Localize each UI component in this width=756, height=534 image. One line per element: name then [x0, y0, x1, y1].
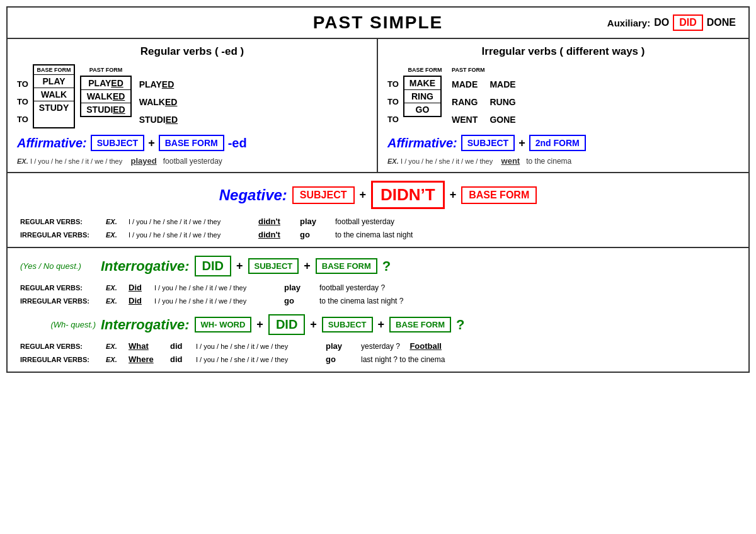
wh-regular-label: REGULAR VERBS: — [20, 343, 102, 350]
past-verb-2: WALKED — [81, 90, 130, 103]
neg-regular-row: REGULAR VERBS: EX. I / you / he / she / … — [20, 217, 736, 226]
irr-base-form-header: BASE FORM — [403, 64, 447, 76]
right-example-row: EX. I / you / he / she / it / we / they … — [387, 156, 739, 166]
neg-reg-verb: play — [300, 217, 331, 226]
irr-pp-2: RUNG — [490, 93, 515, 111]
irr-pp-col: MADE RUNG GONE — [490, 64, 515, 128]
wh-examples: REGULAR VERBS: EX. What did I / you / he… — [20, 341, 736, 364]
past-form-box: PLAYED WALKED STUDIED — [80, 76, 131, 117]
neg-reg-didnt: didn't — [258, 217, 296, 226]
int-irr-rest: to the cinema last night ? — [319, 297, 403, 305]
int-reg-verb: play — [284, 283, 316, 292]
irr-to-spacer — [387, 64, 401, 76]
base-form-header: BASE FORM — [34, 65, 74, 75]
irr-to-3: TO — [387, 111, 401, 128]
wh-reg-rest: yesterday ? — [361, 342, 400, 351]
int-yes-no-label: Interrogative: — [101, 258, 190, 275]
neg-regular-label: REGULAR VERBS: — [20, 218, 102, 225]
past-form-header-label: PAST FORM — [80, 64, 131, 76]
past-verb-1: PLAYED — [81, 77, 130, 90]
wh-reg-verb: play — [326, 341, 357, 351]
negative-section: Negative: SUBJECT + DIDN’T + BASE FORM R… — [8, 172, 748, 247]
wh-did-box: DID — [268, 314, 305, 335]
panel-left: Regular verbs ( -ed ) TO TO TO BASE FORM… — [8, 39, 378, 172]
past-form-header-spacer — [139, 64, 178, 76]
int-irr-subject: I / you / he / she / it / we / they — [154, 297, 280, 305]
wh-irr-ex-label: EX. — [106, 356, 125, 363]
left-ex-subject: I / you / he / she / it / we / they — [30, 157, 122, 165]
panel-right: Irregular verbs ( different ways ) TO TO… — [378, 39, 748, 172]
neg-didnt-box: DIDN’T — [371, 181, 445, 209]
auxiliary-label: Auxiliary: — [607, 18, 650, 28]
left-suffix: -ed — [228, 136, 247, 151]
wh-irregular-label: IRREGULAR VERBS: — [20, 356, 102, 363]
wh-reg-ex-label: EX. — [106, 343, 125, 350]
negative-label: Negative: — [219, 186, 287, 204]
unboxed-past-3: STUDIED — [139, 111, 178, 128]
int-irr-ex-label: EX. — [106, 297, 125, 305]
int-reg-ex-label: EX. — [106, 284, 125, 292]
int-reg-rest: football yesterday ? — [319, 283, 385, 292]
past-form-boxed-group: PAST FORM PLAYED WALKED STUDIED — [80, 64, 131, 128]
wh-reg-did: did — [170, 341, 192, 351]
wh-word-box: WH- WORD — [195, 317, 252, 332]
aux-done: DONE — [707, 17, 736, 28]
left-plus-1: + — [148, 137, 155, 150]
int-reg-did: Did — [129, 283, 151, 292]
neg-base-form-box: BASE FORM — [461, 186, 537, 204]
irr-pp-1: MADE — [490, 76, 515, 93]
neg-reg-ex-label: EX. — [106, 218, 125, 225]
base-verb-1: PLAY — [34, 75, 74, 88]
irr-to-2: TO — [387, 93, 401, 111]
int-regular-row: REGULAR VERBS: EX. Did I / you / he / sh… — [20, 283, 736, 292]
irr-past-col: PAST FORM MADE RANG WENT — [452, 64, 484, 128]
right-ex-subject: I / you / he / she / it / we / they — [401, 157, 493, 165]
spacer — [17, 64, 30, 76]
left-affirmative-row: Affirmative: SUBJECT + BASE FORM -ed — [17, 135, 367, 151]
negative-formula-row: Negative: SUBJECT + DIDN’T + BASE FORM — [20, 181, 736, 209]
right-subject-box: SUBJECT — [461, 135, 515, 151]
right-ex-rest: to the cinema — [526, 157, 571, 166]
irregular-verb-table: TO TO TO BASE FORM MAKE RING GO PAST FOR… — [387, 64, 739, 128]
neg-reg-subject: I / you / he / she / it / we / they — [129, 218, 255, 225]
neg-irr-verb: go — [300, 230, 331, 239]
int-subject-box: SUBJECT — [248, 258, 299, 274]
irregular-verbs-title: Irregular verbs ( different ways ) — [387, 45, 739, 58]
wh-plus-3: + — [378, 318, 385, 331]
irr-past-2: RANG — [452, 93, 484, 111]
neg-irregular-row: IRREGULAR VERBS: EX. I / you / he / she … — [20, 230, 736, 239]
wh-irr-subject: I / you / he / she / it / we / they — [196, 356, 322, 363]
irr-base-2: RING — [404, 90, 440, 103]
regular-verb-table: TO TO TO BASE FORM PLAY WALK STUDY PAST … — [17, 64, 367, 128]
wh-int-label: Interrogative: — [101, 317, 190, 333]
unboxed-past-1: PLAYED — [139, 76, 178, 93]
aux-do: DO — [654, 17, 669, 28]
int-irr-did: Did — [129, 296, 151, 305]
wh-base-form-box: BASE FORM — [389, 317, 451, 332]
irr-past-1: MADE — [452, 76, 484, 93]
irr-base-form-wrapper: BASE FORM MAKE RING GO — [403, 64, 447, 128]
interrogative-section: (Yes / No quest.) Interrogative: DID + S… — [8, 247, 748, 372]
int-question-mark: ? — [382, 258, 391, 275]
neg-irr-didnt: didn't — [258, 230, 296, 239]
page-title: PAST SIMPLE — [313, 13, 444, 33]
int-plus-1: + — [236, 259, 243, 273]
to-labels-col: TO TO TO — [17, 64, 30, 128]
int-irr-verb: go — [284, 296, 316, 305]
neg-irregular-label: IRREGULAR VERBS: — [20, 231, 102, 239]
wh-irr-word: Where — [129, 355, 166, 364]
wh-subject-box: SUBJECT — [322, 317, 373, 332]
wh-irr-did: did — [170, 355, 192, 364]
int-reg-subject: I / you / he / she / it / we / they — [154, 284, 280, 292]
left-ex-rest: football yesterday — [163, 157, 222, 166]
wh-reg-word: What — [129, 341, 166, 351]
to-label-2: TO — [17, 93, 30, 111]
regular-verbs-title: Regular verbs ( -ed ) — [17, 45, 367, 58]
wh-question-mark: ? — [456, 317, 464, 333]
neg-irr-subject: I / you / he / she / it / we / they — [129, 231, 255, 239]
wh-reg-football: Football — [410, 341, 442, 351]
wh-label: (Wh- quest.) — [20, 320, 96, 329]
past-form-unboxed: PLAYED WALKED STUDIED — [139, 64, 178, 128]
wh-irregular-row: IRREGULAR VERBS: EX. Where did I / you /… — [20, 355, 736, 364]
right-ex-verb: went — [501, 156, 520, 166]
